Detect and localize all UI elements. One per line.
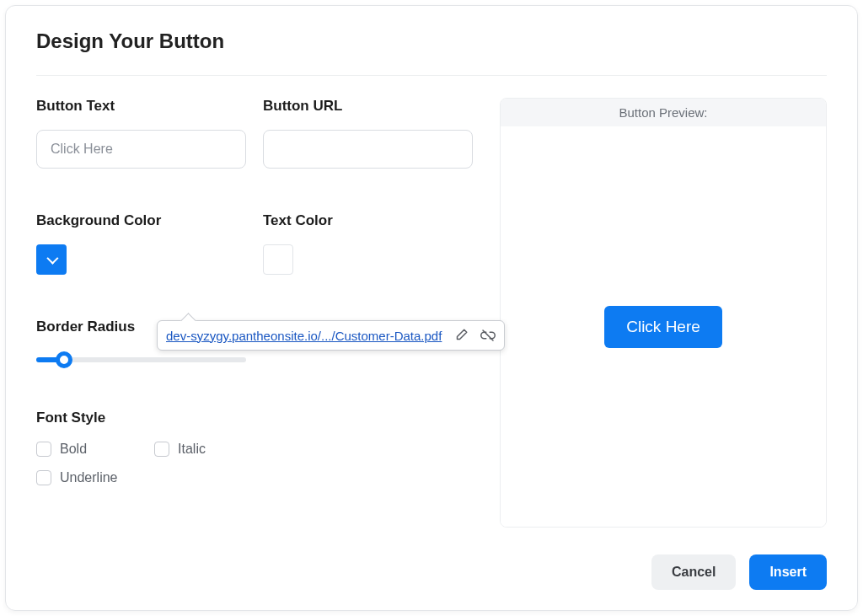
font-style-label: Font Style (36, 410, 473, 426)
checkbox-icon (36, 442, 51, 457)
tooltip-url-link[interactable]: dev-syzygy.pantheonsite.io/.../Customer-… (166, 329, 442, 343)
text-color-picker[interactable] (263, 244, 293, 275)
button-text-input[interactable] (36, 130, 246, 169)
unlink-icon[interactable] (480, 328, 496, 343)
button-designer-modal: Design Your Button Button Text Button UR… (5, 5, 858, 611)
chevron-down-icon (46, 253, 58, 265)
preview-header: Button Preview: (501, 99, 826, 126)
text-color-label: Text Color (263, 212, 473, 229)
modal-content: Button Text Button URL Background Color … (36, 76, 827, 528)
button-url-label: Button URL (263, 98, 473, 115)
underline-checkbox[interactable]: Underline (36, 470, 117, 485)
border-radius-slider[interactable] (36, 357, 246, 362)
font-style-field: Font Style Bold Italic Underline (36, 410, 473, 499)
italic-label: Italic (178, 442, 206, 457)
italic-checkbox[interactable]: Italic (154, 442, 206, 457)
button-url-input[interactable] (263, 130, 473, 169)
cancel-button[interactable]: Cancel (651, 554, 736, 590)
checkbox-icon (36, 470, 51, 485)
edit-icon[interactable] (453, 328, 469, 343)
bold-label: Bold (60, 442, 87, 457)
form-column: Button Text Button URL Background Color … (36, 98, 473, 528)
checkbox-icon (154, 442, 169, 457)
modal-actions: Cancel Insert (36, 528, 827, 590)
background-color-picker[interactable] (36, 244, 67, 275)
background-color-label: Background Color (36, 212, 246, 229)
bold-checkbox[interactable]: Bold (36, 442, 87, 457)
button-text-field: Button Text (36, 98, 246, 169)
button-url-field: Button URL (263, 98, 473, 169)
preview-body: Click Here (501, 126, 826, 527)
underline-label: Underline (60, 470, 117, 485)
insert-button[interactable]: Insert (749, 554, 827, 590)
preview-button[interactable]: Click Here (604, 306, 722, 348)
text-color-field: Text Color (263, 212, 473, 275)
preview-panel: Button Preview: Click Here (500, 98, 827, 528)
modal-title: Design Your Button (36, 29, 827, 76)
url-hover-tooltip: dev-syzygy.pantheonsite.io/.../Customer-… (157, 320, 505, 351)
background-color-field: Background Color (36, 212, 246, 275)
button-text-label: Button Text (36, 98, 246, 115)
